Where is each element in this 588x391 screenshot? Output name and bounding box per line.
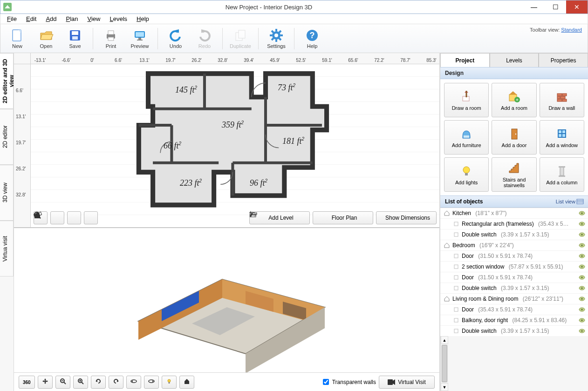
duplicate-label: Duplicate — [230, 43, 251, 49]
object-row[interactable]: Door (31.50 x 5.91 x 78.74) — [440, 251, 588, 262]
view3d-home-button[interactable] — [179, 376, 194, 389]
view-3d-canvas[interactable] — [14, 228, 439, 372]
view3d-pan-button[interactable] — [38, 376, 53, 389]
stairs-button[interactable]: Stairs and stairwells — [492, 157, 536, 192]
object-row[interactable]: Bedroom (16'9" x 22'4") — [440, 240, 588, 251]
add-room-button[interactable]: +Add a room — [492, 83, 536, 117]
vtab-3d-view[interactable]: 3D view — [0, 165, 14, 221]
undo-icon — [169, 28, 183, 42]
room-area-label: 181 ft2 — [282, 136, 304, 146]
rotate-cw-icon — [95, 378, 102, 386]
rtab-properties[interactable]: Properties — [539, 53, 588, 67]
add-window-button[interactable]: Add a window — [540, 120, 584, 155]
object-icon — [453, 275, 459, 280]
objects-list-header: List of objects List view — [440, 196, 588, 208]
measure-button[interactable] — [67, 211, 81, 224]
rtab-project[interactable]: Project — [440, 53, 490, 67]
zoom-in-button[interactable] — [50, 211, 64, 224]
menu-file[interactable]: File — [3, 14, 21, 23]
ruler-h-tick: 78.7' — [400, 58, 410, 63]
object-icon — [453, 307, 459, 312]
menu-levels[interactable]: Levels — [106, 14, 131, 23]
svg-point-122 — [581, 266, 582, 267]
view3d-orbit-right-button[interactable] — [144, 376, 159, 389]
app-icon — [3, 3, 12, 11]
duplicate-icon — [233, 28, 247, 42]
object-row[interactable]: Double switch (3.39 x 1.57 x 3.15) — [440, 326, 588, 336]
menu-plan[interactable]: Plan — [62, 14, 82, 23]
show-dimensions-button[interactable]: Show Dimensions — [376, 211, 437, 224]
object-row[interactable]: Kitchen (18'1" x 8'7") — [440, 208, 588, 219]
svg-rect-120 — [454, 265, 458, 269]
object-row[interactable]: Living room & Dining room (26'12" x 23'1… — [440, 294, 588, 304]
add-furniture-button[interactable]: Add furniture — [444, 120, 489, 155]
vtab-2d-editor[interactable]: 2D editor — [0, 109, 14, 165]
object-row[interactable]: 2 section window (57.87 x 5.91 x 55.91) — [440, 262, 588, 272]
save-button[interactable]: Save — [62, 26, 88, 52]
ruler-h-tick: 0' — [90, 58, 94, 63]
object-row[interactable]: Balkony, door right (84.25 x 5.91 x 83.4… — [440, 315, 588, 326]
open-button[interactable]: Open — [33, 26, 59, 52]
rtab-levels[interactable]: Levels — [490, 53, 539, 67]
object-name: Door — [462, 306, 474, 313]
rotate-ccw-icon — [113, 378, 119, 386]
svg-point-18 — [274, 34, 278, 37]
object-row[interactable]: Door (31.50 x 5.91 x 78.74) — [440, 272, 588, 283]
close-button[interactable]: ✕ — [566, 0, 588, 13]
stairs-icon — [507, 161, 521, 175]
draw-room-button[interactable]: Draw a room — [444, 83, 489, 117]
preview-label: Preview — [130, 43, 149, 49]
view3d-rotate-ccw-button[interactable] — [109, 376, 123, 389]
save-label: Save — [69, 43, 81, 49]
print-icon — [104, 28, 118, 42]
object-row[interactable]: Double switch (3.39 x 1.57 x 3.15) — [440, 283, 588, 294]
vtab-virtua-visit[interactable]: Virtua visit — [0, 221, 14, 276]
help-button[interactable]: ?Help — [299, 26, 325, 52]
menu-view[interactable]: View — [84, 14, 104, 23]
object-row[interactable]: Double switch (3.39 x 1.57 x 3.15) — [440, 229, 588, 240]
floor-plan-button[interactable]: Floor Plan — [313, 211, 373, 224]
view3d-zoom-out-button[interactable] — [55, 376, 70, 389]
maximize-button[interactable]: ☐ — [545, 0, 566, 13]
view3d-orbit-left-button[interactable] — [126, 376, 141, 389]
virtual-visit-button[interactable]: Virtual Visit — [379, 376, 435, 389]
menu-help[interactable]: Help — [133, 14, 153, 23]
list-view-toggle[interactable]: List view — [556, 199, 583, 204]
add-column-button[interactable]: Add a column — [540, 157, 584, 192]
settings-icon — [269, 28, 283, 42]
preview-icon — [133, 28, 147, 42]
add-column-label: Add a column — [546, 180, 577, 185]
ruler-h-tick: 65.6' — [348, 58, 358, 63]
ruler-h-tick: 72.2' — [374, 58, 384, 63]
settings-button[interactable]: Settings — [263, 26, 289, 52]
transparent-walls-checkbox[interactable]: Transparent walls — [321, 378, 376, 386]
ruler-vertical: 6.6'13.1'19.7'26.2'32.8' — [14, 64, 31, 227]
print-button[interactable]: Print — [98, 26, 124, 52]
vtab-2d-editor-and-3d-view[interactable]: 2D editor and 3D view — [0, 53, 14, 109]
menu-edit[interactable]: Edit — [22, 14, 40, 23]
view3d-rotate-360-button[interactable]: 360 — [19, 376, 35, 389]
preview-button[interactable]: Preview — [127, 26, 153, 52]
ruler-h-tick: 85.3' — [426, 58, 436, 63]
toolbar-view-link[interactable]: Standard — [561, 27, 582, 33]
add-lights-button[interactable]: Add lights — [444, 157, 489, 192]
object-row[interactable]: Rectangular arch (frameless) (35.43 x 5… — [440, 219, 588, 229]
minimize-button[interactable]: — — [523, 0, 545, 13]
add-door-button[interactable]: Add a door — [492, 120, 536, 155]
view3d-light-button[interactable] — [162, 376, 177, 389]
new-button[interactable]: New — [4, 26, 30, 52]
add-level-button[interactable]: +Add Level — [249, 211, 310, 224]
ruler-v-tick: 19.7' — [16, 140, 26, 145]
view3d-zoom-in-button[interactable] — [73, 376, 88, 389]
view3d-rotate-cw-button[interactable] — [91, 376, 106, 389]
objects-scrollbar[interactable]: ▲ ▼ — [440, 336, 448, 391]
objects-list[interactable]: Kitchen (18'1" x 8'7")Rectangular arch (… — [440, 208, 588, 336]
floorplan-canvas[interactable]: +Add LevelFloor PlanShow Dimensions 145 … — [31, 64, 439, 227]
menu-add[interactable]: Add — [42, 14, 60, 23]
svg-point-128 — [581, 287, 582, 289]
object-row[interactable]: Door (35.43 x 5.91 x 78.74) — [440, 304, 588, 315]
draw-wall-button[interactable]: Draw a wall — [540, 83, 584, 117]
home-button[interactable] — [84, 211, 98, 224]
undo-button[interactable]: Undo — [163, 26, 189, 52]
ruler-h-tick: 6.6' — [115, 58, 122, 63]
